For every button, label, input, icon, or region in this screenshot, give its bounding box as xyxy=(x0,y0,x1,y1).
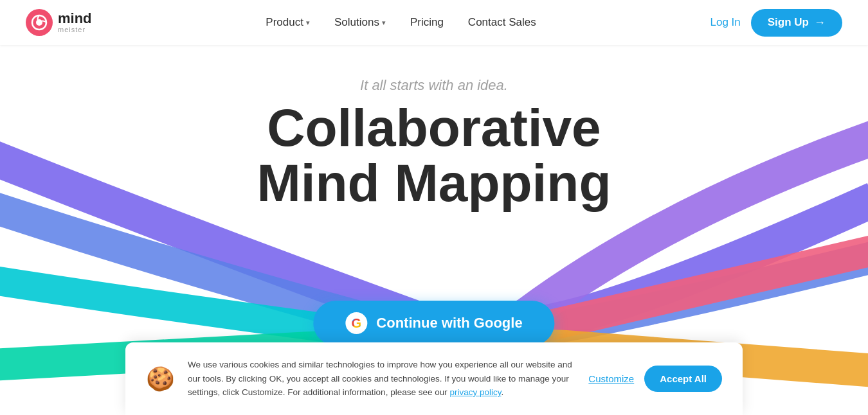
nav-actions: Log In Sign Up → xyxy=(710,9,842,37)
nav-contact-sales[interactable]: Contact Sales xyxy=(459,11,545,34)
navbar: mind meister Product ▾ Solutions ▾ Prici… xyxy=(0,0,868,45)
cookie-icon: 🍪 xyxy=(146,366,175,393)
cookie-actions: Customize Accept All xyxy=(588,366,722,392)
chevron-down-icon: ▾ xyxy=(382,19,386,27)
cookie-text: We use various cookies and similar techn… xyxy=(188,358,575,400)
hero-subtitle: It all starts with an idea. xyxy=(257,77,611,94)
signup-button[interactable]: Sign Up → xyxy=(751,9,842,37)
logo-sub: meister xyxy=(58,26,92,33)
cookie-banner: 🍪 We use various cookies and similar tec… xyxy=(125,342,743,415)
nav-solutions[interactable]: Solutions ▾ xyxy=(325,11,395,34)
google-icon: G xyxy=(345,312,367,334)
logo-text: mind meister xyxy=(58,12,92,33)
google-signin-button[interactable]: G Continue with Google xyxy=(313,301,554,346)
hero-title: Collaborative Mind Mapping xyxy=(257,100,611,211)
nav-pricing[interactable]: Pricing xyxy=(401,11,453,34)
arrow-icon: → xyxy=(814,16,826,30)
logo[interactable]: mind meister xyxy=(26,9,92,36)
hero-section: It all starts with an idea. Collaborativ… xyxy=(0,45,868,415)
nav-product[interactable]: Product ▾ xyxy=(257,11,319,34)
nav-links: Product ▾ Solutions ▾ Pricing Contact Sa… xyxy=(257,11,545,34)
logo-icon xyxy=(26,9,53,36)
accept-all-button[interactable]: Accept All xyxy=(644,366,722,392)
cta-area: G Continue with Google xyxy=(313,301,554,346)
hero-text: It all starts with an idea. Collaborativ… xyxy=(257,77,611,211)
logo-name: mind xyxy=(58,12,92,26)
login-button[interactable]: Log In xyxy=(710,16,741,29)
chevron-down-icon: ▾ xyxy=(306,19,310,27)
privacy-policy-link[interactable]: privacy policy xyxy=(449,387,501,397)
customize-button[interactable]: Customize xyxy=(588,373,634,384)
